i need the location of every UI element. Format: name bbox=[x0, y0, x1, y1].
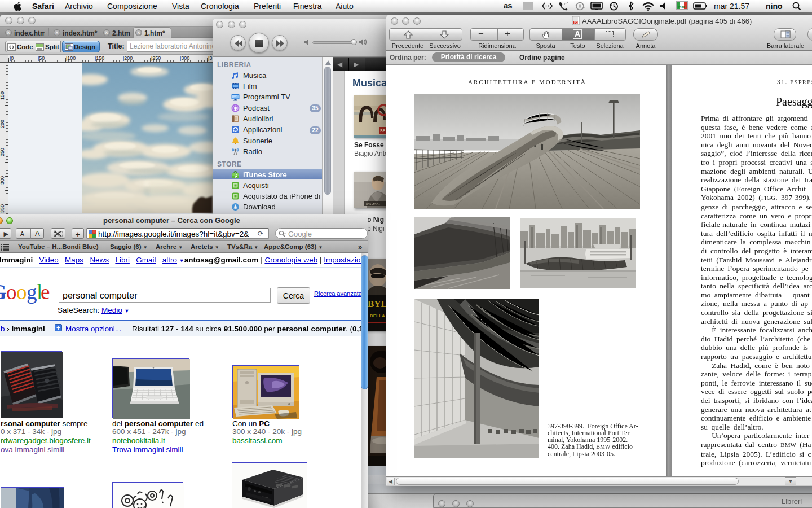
svg-text:g: g bbox=[27, 283, 37, 304]
svg-text:DELLA: DELLA bbox=[370, 313, 385, 318]
svg-text:PDF: PDF bbox=[574, 21, 579, 24]
svg-text:G: G bbox=[0, 283, 7, 304]
svg-text:e: e bbox=[41, 283, 50, 304]
svg-text:INSONKI: INSONKI bbox=[366, 202, 380, 205]
svg-text:o: o bbox=[16, 283, 27, 304]
svg-text:o: o bbox=[6, 283, 17, 304]
